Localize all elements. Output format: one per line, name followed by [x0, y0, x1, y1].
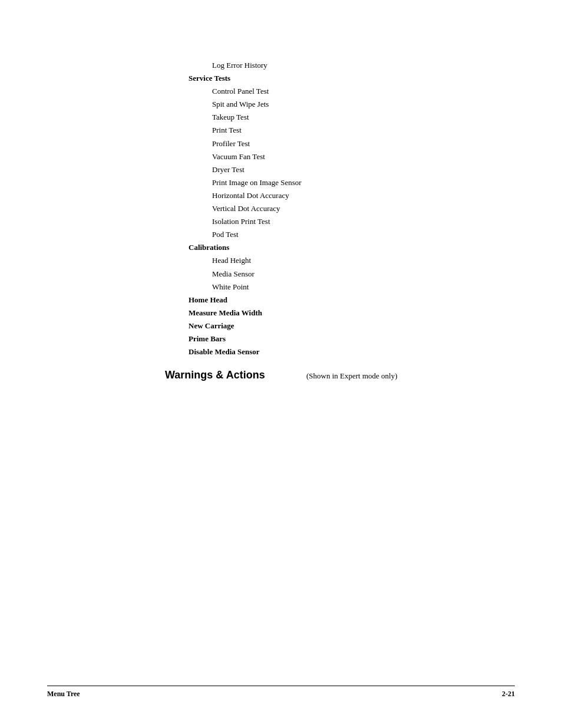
menu-item-service-tests: Service Tests	[165, 72, 515, 85]
menu-item-dryer-test: Dryer Test	[165, 163, 515, 176]
menu-item-print-image-on-image-sensor: Print Image on Image Sensor	[165, 176, 515, 189]
menu-item-vacuum-fan-test: Vacuum Fan Test	[165, 150, 515, 163]
menu-item-prime-bars: Prime Bars	[165, 332, 515, 345]
menu-item-pod-test: Pod Test	[165, 228, 515, 241]
menu-item-profiler-test: Profiler Test	[165, 137, 515, 150]
warnings-section: Warnings & Actions (Shown in Expert mode…	[165, 369, 515, 381]
warnings-label: Warnings & Actions	[165, 369, 295, 381]
menu-item-new-carriage: New Carriage	[165, 319, 515, 332]
menu-item-control-panel-test: Control Panel Test	[165, 85, 515, 98]
footer: Menu Tree 2-21	[47, 686, 515, 699]
menu-item-vertical-dot-accuracy: Vertical Dot Accuracy	[165, 202, 515, 215]
menu-item-print-test: Print Test	[165, 124, 515, 137]
menu-item-isolation-print-test: Isolation Print Test	[165, 215, 515, 228]
menu-list: Log Error HistoryService TestsControl Pa…	[165, 59, 515, 358]
warnings-note: (Shown in Expert mode only)	[306, 369, 398, 381]
menu-item-horizontal-dot-accuracy: Horizontal Dot Accuracy	[165, 189, 515, 202]
menu-item-calibrations: Calibrations	[165, 241, 515, 254]
menu-item-spit-and-wipe-jets: Spit and Wipe Jets	[165, 98, 515, 111]
page: Log Error HistoryService TestsControl Pa…	[0, 0, 562, 728]
menu-item-head-height: Head Height	[165, 254, 515, 267]
menu-item-measure-media-width: Measure Media Width	[165, 307, 515, 319]
content-area: Log Error HistoryService TestsControl Pa…	[47, 35, 515, 381]
menu-item-takeup-test: Takeup Test	[165, 111, 515, 124]
footer-left-label: Menu Tree	[47, 690, 80, 699]
menu-item-log-error-history: Log Error History	[165, 59, 515, 72]
menu-item-media-sensor: Media Sensor	[165, 268, 515, 281]
menu-item-home-head: Home Head	[165, 294, 515, 307]
menu-item-disable-media-sensor: Disable Media Sensor	[165, 345, 515, 358]
menu-item-white-point: White Point	[165, 281, 515, 294]
footer-page-number: 2-21	[502, 690, 515, 699]
